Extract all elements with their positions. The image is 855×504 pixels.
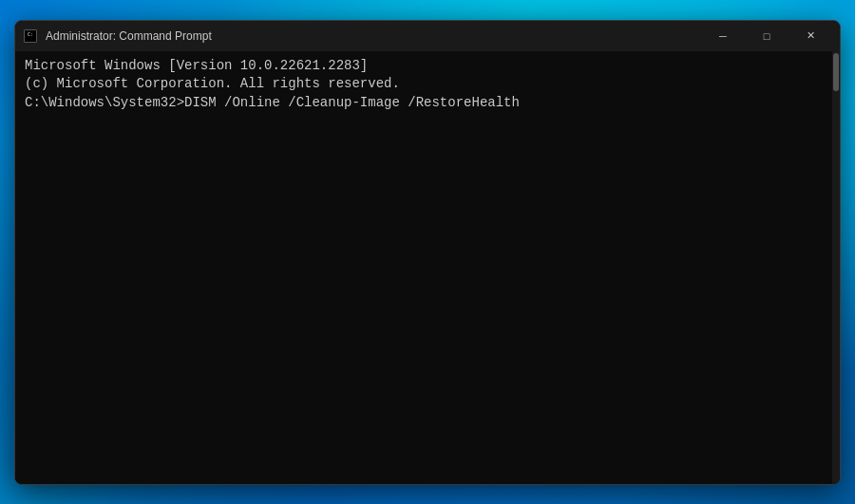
cmd-icon bbox=[24, 29, 37, 43]
terminal-line-2: (c) Microsoft Corporation. All rights re… bbox=[25, 75, 830, 94]
terminal-line-4: C:\Windows\System32>DISM /Online /Cleanu… bbox=[25, 94, 830, 113]
window-title: Administrator: Command Prompt bbox=[46, 29, 701, 43]
terminal-line-1: Microsoft Windows [Version 10.0.22621.22… bbox=[25, 57, 830, 76]
window-icon bbox=[23, 28, 38, 44]
minimize-button[interactable]: ─ bbox=[701, 21, 745, 51]
scrollbar-track[interactable] bbox=[832, 51, 840, 484]
terminal-body[interactable]: Microsoft Windows [Version 10.0.22621.22… bbox=[15, 51, 840, 484]
maximize-button[interactable]: □ bbox=[745, 21, 788, 51]
window-controls: ─ □ ✕ bbox=[701, 21, 832, 51]
title-bar: Administrator: Command Prompt ─ □ ✕ bbox=[15, 21, 840, 51]
scrollbar-thumb[interactable] bbox=[833, 53, 839, 91]
close-button[interactable]: ✕ bbox=[788, 21, 832, 51]
command-prompt-window: Administrator: Command Prompt ─ □ ✕ Micr… bbox=[14, 20, 841, 485]
